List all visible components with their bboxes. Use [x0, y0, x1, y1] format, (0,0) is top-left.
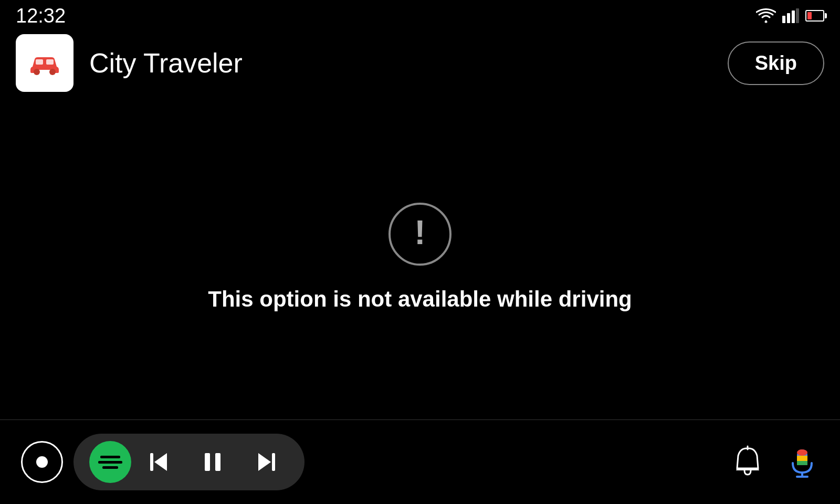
error-icon: ! — [388, 203, 452, 266]
svg-rect-8 — [46, 59, 54, 65]
main-content: ! This option is not available while dri… — [0, 94, 840, 420]
svg-rect-12 — [215, 453, 220, 471]
media-controls — [74, 434, 304, 490]
svg-rect-1 — [787, 13, 790, 23]
mic-button[interactable] — [785, 445, 819, 479]
svg-point-6 — [49, 69, 56, 75]
svg-rect-3 — [796, 8, 799, 23]
wifi-icon — [756, 8, 776, 23]
svg-rect-2 — [792, 10, 795, 23]
app-title: City Traveler — [89, 47, 243, 79]
svg-point-5 — [34, 69, 40, 75]
error-message: This option is not available while drivi… — [208, 287, 632, 312]
car-icon — [26, 45, 63, 81]
spotify-icon — [98, 456, 122, 469]
svg-marker-14 — [258, 453, 271, 471]
status-bar: 12:32 — [0, 0, 840, 32]
svg-rect-19 — [797, 461, 807, 465]
notification-icon — [731, 445, 764, 479]
battery-icon — [805, 10, 824, 22]
svg-rect-7 — [36, 59, 43, 65]
home-button[interactable] — [21, 441, 63, 483]
spotify-button[interactable] — [89, 441, 131, 483]
svg-rect-11 — [205, 453, 210, 471]
status-icons — [756, 8, 824, 23]
pause-button[interactable] — [189, 444, 236, 480]
svg-rect-17 — [797, 449, 807, 456]
app-icon-container — [16, 34, 74, 92]
signal-icon — [782, 8, 799, 23]
app-header: City Traveler Skip — [0, 32, 840, 94]
skip-button[interactable]: Skip — [728, 41, 824, 85]
previous-button[interactable] — [136, 444, 184, 480]
svg-marker-10 — [154, 453, 167, 471]
notification-button[interactable] — [731, 445, 764, 479]
right-controls — [731, 445, 819, 479]
svg-rect-18 — [797, 456, 807, 461]
svg-rect-0 — [782, 16, 785, 23]
left-controls — [21, 434, 304, 490]
status-time: 12:32 — [16, 5, 66, 27]
home-dot — [36, 456, 48, 468]
app-info: City Traveler — [16, 34, 243, 92]
next-icon — [252, 449, 278, 475]
next-button[interactable] — [242, 444, 289, 480]
svg-rect-13 — [272, 453, 275, 471]
svg-rect-9 — [150, 453, 153, 471]
bottom-bar — [0, 420, 840, 504]
pause-icon — [200, 449, 226, 475]
mic-icon — [785, 445, 819, 479]
exclamation-mark: ! — [414, 216, 425, 249]
previous-icon — [147, 449, 173, 475]
